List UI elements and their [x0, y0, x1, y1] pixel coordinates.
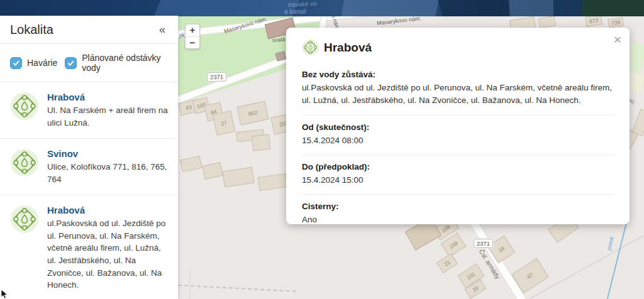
map-building: [258, 173, 288, 191]
banner-text-fragment: a kanali: [284, 8, 306, 15]
planned-outage-icon: [302, 39, 319, 56]
map-path-line: [189, 269, 190, 299]
page-title: Lokalita: [10, 23, 53, 37]
list-item-title: Hrabová: [47, 205, 168, 215]
collapse-sidebar-button[interactable]: «: [159, 24, 165, 35]
outage-icon-slot: [10, 205, 39, 234]
building-number-label: 602: [248, 109, 258, 117]
popup-title: Hrabová: [324, 41, 372, 55]
map-building: [252, 134, 270, 151]
map-building: [538, 16, 556, 28]
map-road: [530, 234, 644, 299]
map-footpath: [178, 285, 296, 292]
outage-icon-slot: [10, 92, 39, 121]
map-building: [202, 162, 223, 180]
sidebar-header: Lokalita «: [0, 16, 178, 44]
section-label: Od (skutečnost):: [302, 122, 614, 132]
top-banner: travské vo a kanali: [0, 0, 644, 16]
map-stream-label: potok: [606, 236, 615, 251]
banner-text-fragment: travské vo: [288, 0, 317, 8]
filter-bar: Havárie Plánované odstávky vody: [0, 44, 178, 82]
list-item-description: ul.Paskovská od ul. Jezdiště po ul. Peru…: [47, 217, 168, 291]
app-window: travské vo a kanali 63100642760225310915…: [0, 0, 644, 299]
checkbox-checked-icon[interactable]: [10, 57, 22, 69]
building-number-label: 101: [465, 271, 476, 281]
building-number-label: 18: [497, 245, 505, 254]
filter-label: Plánované odstávky vody: [82, 53, 168, 73]
popup-section: Cisterny: Ano: [302, 194, 614, 234]
map-building: [222, 167, 254, 187]
section-label: Cisterny:: [302, 202, 614, 211]
road-number-badge: 2371: [207, 72, 227, 82]
map-building: 602: [236, 101, 269, 126]
popup-header: Hrabová: [302, 39, 614, 56]
outage-list-item[interactable]: Svinov Ulice, Kolofíkova 771, 816, 765, …: [0, 139, 178, 195]
popup-section: Bez vody zůstává: ul.Paskovská od ul. Je…: [302, 63, 614, 115]
map-building: 21: [436, 253, 458, 273]
filter-label: Havárie: [27, 58, 57, 68]
outage-icon-slot: [302, 39, 319, 56]
filter-planovane-odstavky[interactable]: Plánované odstávky vody: [65, 53, 168, 73]
building-number-label: 27: [220, 119, 227, 127]
banner-decoration: [509, 0, 553, 16]
planned-outage-icon: [10, 205, 39, 234]
building-number-label: 20: [471, 285, 479, 293]
planned-outage-icon: [10, 148, 39, 177]
zoom-in-button[interactable]: +: [186, 24, 199, 36]
banner-decoration: [341, 0, 439, 16]
map-building: [632, 109, 644, 136]
map-building: 673: [585, 16, 602, 27]
list-item-text: Svinov Ulice, Kolofíkova 771, 816, 765, …: [47, 148, 168, 185]
list-item-description: Ul. Na Farském + areál firem na ulici Lu…: [47, 104, 168, 129]
section-value: 15.4.2024 08:00: [302, 134, 614, 147]
planned-outage-icon: [10, 92, 39, 121]
list-item-title: Svinov: [47, 148, 168, 159]
map-zoom-control: + −: [185, 24, 200, 49]
popup-section: Do (předpoklad): 15.4.2024 15:00: [302, 155, 614, 194]
map-building: 27: [213, 111, 235, 135]
building-number-label: 67: [526, 271, 534, 280]
sidebar: Lokalita « Havárie Plánované odstávky vo…: [0, 16, 178, 299]
building-number-label: 673: [589, 17, 598, 24]
map-building: [180, 156, 202, 172]
building-number-label: 159: [448, 240, 458, 250]
map-road-label: svatá: [272, 36, 286, 43]
close-icon[interactable]: ×: [614, 33, 621, 46]
checkbox-checked-icon[interactable]: [65, 57, 77, 69]
building-number-label: 739: [611, 19, 620, 26]
map-road-label: Masarykovo nám.: [377, 16, 422, 26]
outage-detail-popup: × Hrabová Bez vody zůstává: ul.Paskovská…: [286, 28, 630, 224]
list-item-description: Ulice, Kolofíkova 771, 816, 765, 764: [47, 161, 168, 185]
banner-trees-decoration: [582, 0, 644, 16]
list-item-title: Hrabová: [47, 92, 168, 102]
zoom-out-button[interactable]: −: [186, 36, 199, 48]
section-value: ul.Paskovská od ul. Jezdiště po ul. Peru…: [302, 82, 614, 107]
banner-decoration: [438, 0, 512, 16]
popup-section: Od (skutečnost): 15.4.2024 08:00: [302, 115, 614, 155]
outage-list-item[interactable]: Hrabová ul.Paskovská od ul. Jezdiště po …: [0, 195, 178, 299]
building-number-label: 21: [443, 259, 451, 268]
section-label: Do (předpoklad):: [302, 162, 614, 171]
section-value: Ano: [302, 214, 614, 226]
road-number-badge: 2371: [474, 239, 493, 248]
outage-icon-slot: [10, 148, 39, 177]
mouse-cursor: [1, 289, 9, 299]
list-item-text: Hrabová Ul. Na Farském + areál firem na …: [47, 92, 168, 129]
section-value: 15.4.2024 15:00: [302, 174, 614, 187]
outage-list-item[interactable]: Hrabová Ul. Na Farském + areál firem na …: [0, 82, 178, 139]
filter-havarie[interactable]: Havárie: [10, 57, 57, 69]
section-label: Bez vody zůstává:: [302, 70, 614, 79]
building-number-label: 63: [185, 104, 192, 111]
map-building: 739: [608, 17, 624, 28]
banner-decoration: [154, 0, 299, 16]
list-item-text: Hrabová ul.Paskovská od ul. Jezdiště po …: [47, 205, 168, 291]
